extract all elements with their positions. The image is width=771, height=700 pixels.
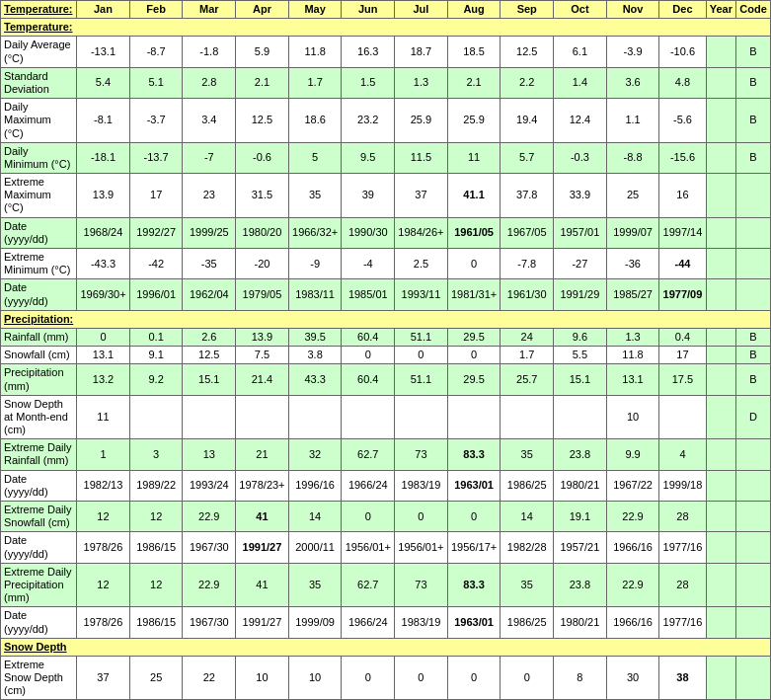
data-cell: 32 [288,439,342,470]
data-cell: 39 [342,174,395,218]
data-cell: 1986/15 [129,607,183,638]
data-cell [736,532,771,563]
data-cell: 9.2 [129,364,183,395]
data-cell: 83.3 [447,439,501,470]
data-cell [706,37,736,67]
data-cell: 83.3 [447,563,501,607]
data-cell: 12.5 [501,37,554,67]
data-cell: 23 [183,174,236,218]
data-cell: 1985/27 [606,279,659,310]
data-cell: B [736,347,771,364]
data-cell: 2.2 [501,67,554,98]
data-cell: 1956/01+ [342,532,395,563]
data-cell: 1956/17+ [447,532,501,563]
section-header-label: Snow Depth [1,638,771,656]
data-cell [706,249,736,279]
data-cell: 1991/27 [236,532,289,563]
data-cell: 3.8 [288,347,342,364]
data-cell: -42 [129,249,183,279]
data-cell: 22 [183,656,236,700]
data-cell: 22.9 [183,502,236,532]
data-cell: 10 [236,656,289,700]
data-cell: B [736,142,771,173]
data-cell: 2.1 [236,67,289,98]
data-cell: -1.8 [183,37,236,67]
data-cell: 25.9 [395,99,448,143]
data-cell: 28 [659,502,706,532]
row-label: Date (yyyy/dd) [1,532,77,563]
data-cell: 35 [501,563,554,607]
data-cell: 1966/24 [342,607,395,638]
data-cell [288,395,342,439]
data-cell: 7.5 [236,347,289,364]
data-cell: 3 [129,439,183,470]
climate-data-table: Temperature: Jan Feb Mar Apr May Jun Jul… [0,0,771,700]
data-cell: 39.5 [288,328,342,346]
data-cell [706,328,736,346]
row-label: Snowfall (cm) [1,347,77,364]
data-cell [659,395,706,439]
row-label: Daily Minimum (°C) [1,142,77,173]
row-label: Date (yyyy/dd) [1,217,77,248]
data-cell: 12.5 [236,99,289,143]
data-cell: 0 [447,502,501,532]
col-header-may: May [288,1,342,19]
table-row: Date (yyyy/dd)1982/131989/221993/241978/… [1,470,771,501]
data-cell: 1.5 [342,67,395,98]
table-row: Standard Deviation5.45.12.82.11.71.51.32… [1,67,771,98]
data-cell: -8.1 [77,99,130,143]
data-cell: 51.1 [395,364,448,395]
table-row: Extreme Daily Precipitation (mm)121222.9… [1,563,771,607]
section-header-row: Precipitation: [1,310,771,328]
data-cell [736,656,771,700]
data-cell: 1977/16 [659,607,706,638]
data-cell: 16.3 [342,37,395,67]
data-cell [706,532,736,563]
data-cell: -13.7 [129,142,183,173]
data-cell: 1999/18 [659,470,706,501]
data-cell: -4 [342,249,395,279]
section-header-label: Precipitation: [1,310,771,328]
data-cell: 41.1 [447,174,501,218]
data-cell: 5 [288,142,342,173]
data-cell: 1957/01 [554,217,607,248]
row-label: Extreme Daily Rainfall (mm) [1,439,77,470]
data-cell: 2.5 [395,249,448,279]
data-cell [706,279,736,310]
data-cell: 13.2 [77,364,130,395]
data-cell: 0 [447,656,501,700]
table-row: Precipitation (mm)13.29.215.121.443.360.… [1,364,771,395]
data-cell: 1962/04 [183,279,236,310]
data-cell: 14 [288,502,342,532]
data-cell: B [736,67,771,98]
data-cell: 28 [659,563,706,607]
data-cell: 13 [183,439,236,470]
data-cell [447,395,501,439]
row-label: Extreme Snow Depth (cm) [1,656,77,700]
col-header-oct: Oct [554,1,607,19]
data-cell: B [736,364,771,395]
data-cell: 38 [659,656,706,700]
row-label: Snow Depth at Month-end (cm) [1,395,77,439]
data-cell: 1966/24 [342,470,395,501]
table-row: Extreme Minimum (°C)-43.3-42-35-20-9-42.… [1,249,771,279]
section-header-label: Temperature: [1,19,771,37]
data-cell: 1957/21 [554,532,607,563]
data-cell [736,563,771,607]
data-cell: 1967/30 [183,607,236,638]
data-cell: 17.5 [659,364,706,395]
data-cell: 13.1 [77,347,130,364]
data-cell: B [736,99,771,143]
data-cell: 8 [554,656,607,700]
data-cell: 1968/24 [77,217,130,248]
data-cell: 2000/11 [288,532,342,563]
row-label: Daily Maximum (°C) [1,99,77,143]
data-cell: 1982/13 [77,470,130,501]
data-cell: 0 [77,328,130,346]
data-cell: 0 [342,502,395,532]
data-cell: 1978/26 [77,607,130,638]
data-cell: 3.6 [606,67,659,98]
data-cell: 1977/16 [659,532,706,563]
data-cell: -27 [554,249,607,279]
data-cell [342,395,395,439]
